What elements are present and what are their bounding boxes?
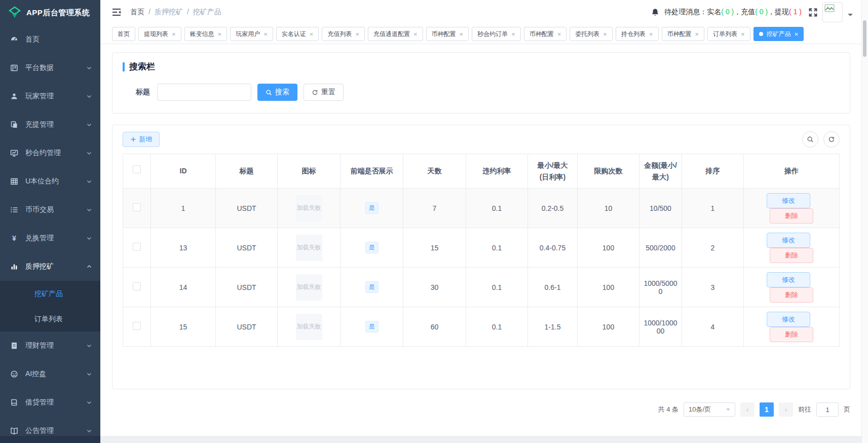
search-button[interactable]: 搜索 [257,84,297,101]
tab-close-icon[interactable]: × [413,31,418,38]
tab-0[interactable]: 首页 [112,27,135,41]
tab-14[interactable]: 挖矿产品× [753,27,804,41]
sidebar-item-lending-mgmt[interactable]: 借贷管理 [0,388,100,417]
vertical-scrollbar[interactable] [861,0,868,443]
tab-7[interactable]: 币种配置× [426,27,469,41]
vertical-scrollbar-thumb[interactable] [863,20,866,57]
tab-13[interactable]: 订单列表× [707,27,750,41]
sidebar-item-home[interactable]: 首页 [0,25,100,54]
documents-icon [10,121,19,129]
tab-11[interactable]: 持仓列表× [616,27,659,41]
sidebar-subitem-order-list[interactable]: 订单列表 [0,306,100,331]
sidebar-item-player-mgmt[interactable]: 玩家管理 [0,82,100,110]
sidebar-item-seconds-contract[interactable]: 秒合约管理 [0,139,100,167]
tab-5[interactable]: 充值列表× [322,27,365,41]
table-search-icon[interactable] [802,131,818,147]
table-toolbar-right [802,131,840,147]
tab-close-icon[interactable]: × [263,31,268,38]
tab-6[interactable]: 充值通道配置× [368,27,423,41]
chevron-down-icon [86,178,92,184]
tab-close-icon[interactable]: × [460,31,464,38]
sidebar-item-deposit-withdraw[interactable]: 充提管理 [0,110,100,139]
bar-chart-icon [10,263,19,271]
breadcrumb-separator: / [148,8,150,16]
tab-label: 秒合约订单 [477,30,508,39]
col-header-9: 排序 [682,154,744,189]
bell-icon[interactable] [651,8,659,17]
tab-close-icon[interactable]: × [172,31,176,38]
tab-close-icon[interactable]: × [310,31,314,38]
robot-icon [10,370,19,378]
cell-days: 7 [403,189,466,228]
tab-8[interactable]: 秒合约订单× [472,27,521,41]
row-checkbox[interactable] [133,322,141,330]
tab-3[interactable]: 玩家用户× [230,27,273,41]
title-input[interactable] [157,84,251,101]
select-all-checkbox[interactable] [133,165,141,173]
page-size-select[interactable]: 10条/页 [684,402,735,417]
breadcrumb-item-0[interactable]: 首页 [130,8,144,16]
row-checkbox[interactable] [133,243,141,251]
sidebar-item-label: 借贷管理 [25,398,86,407]
sidebar-item-platform-data[interactable]: 平台数据 [0,54,100,82]
row-checkbox[interactable] [133,203,141,211]
sidebar-collapse-icon[interactable] [112,8,121,16]
edit-button[interactable]: 修改 [767,193,810,208]
edit-button[interactable]: 修改 [767,272,810,287]
tab-close-icon[interactable]: × [603,31,607,38]
table-refresh-icon[interactable] [823,131,840,147]
chevron-down-icon[interactable] [848,14,853,19]
avatar[interactable] [822,2,843,22]
tab-close-icon[interactable]: × [218,31,222,38]
edit-button[interactable]: 修改 [767,233,810,248]
page-number-button[interactable]: 1 [760,402,774,417]
sidebar-item-usdt-contract[interactable]: U本位合约 [0,167,100,196]
tab-label: 提现列表 [144,30,168,39]
sidebar-item-announcement-mgmt[interactable]: 公告管理 [0,417,100,443]
tab-label: 充值列表 [327,30,352,39]
tab-2[interactable]: 账变信息× [184,27,228,41]
delete-button[interactable]: 删除 [770,287,813,303]
broken-product-image: 加载失败 [296,274,322,301]
sidebar-subitem-mining-products[interactable]: 挖矿产品 [0,281,100,306]
tab-1[interactable]: 提现列表× [138,27,181,41]
cell-id: 13 [151,228,216,268]
tab-4[interactable]: 实名认证× [276,27,319,41]
delete-button[interactable]: 删除 [770,327,813,342]
tab-close-icon[interactable]: × [649,31,653,38]
tab-12[interactable]: 币种配置× [662,27,705,41]
tab-close-icon[interactable]: × [795,31,799,38]
tab-label: 实名认证 [282,30,306,39]
sidebar-item-spot-trading[interactable]: 币币交易 [0,196,100,224]
reset-button[interactable]: 重置 [304,84,344,101]
fullscreen-icon[interactable] [809,8,817,17]
cell-limit: 10 [578,189,639,228]
table-row: 1USDT加载失败是70.10.2-0.51010/5001修改删除 [123,189,840,228]
horizontal-scrollbar[interactable] [100,436,862,443]
edit-button[interactable]: 修改 [767,312,810,327]
next-page-button[interactable]: › [779,402,793,417]
row-checkbox[interactable] [133,282,141,290]
cell-default-rate: 0.1 [466,307,528,347]
tab-10[interactable]: 委托列表× [570,27,613,41]
tab-close-icon[interactable]: × [511,31,515,38]
sidebar-item-staking-mining[interactable]: 质押挖矿 [0,252,100,281]
active-tab-dot-icon [759,32,763,36]
search-form: 标题 搜索 重置 [123,84,840,101]
sidebar-item-ai-control[interactable]: AI控盘 [0,360,100,388]
add-button[interactable]: 新增 [123,132,160,147]
delete-button[interactable]: 删除 [770,208,813,224]
delete-button[interactable]: 删除 [770,248,813,263]
tab-close-icon[interactable]: × [695,31,699,38]
sidebar-item-exchange-mgmt[interactable]: ¥兑换管理 [0,224,100,252]
tab-close-icon[interactable]: × [741,31,745,38]
prev-page-button[interactable]: ‹ [740,402,754,417]
goto-page-input[interactable] [816,402,839,417]
tab-close-icon[interactable]: × [355,31,359,38]
tab-9[interactable]: 币种配置× [524,27,567,41]
cell-title: USDT [216,228,278,268]
sidebar-item-finance-mgmt[interactable]: 理财管理 [0,331,100,360]
grid-icon [10,177,19,186]
broken-product-image: 加载失败 [296,195,322,222]
tab-close-icon[interactable]: × [557,31,561,38]
